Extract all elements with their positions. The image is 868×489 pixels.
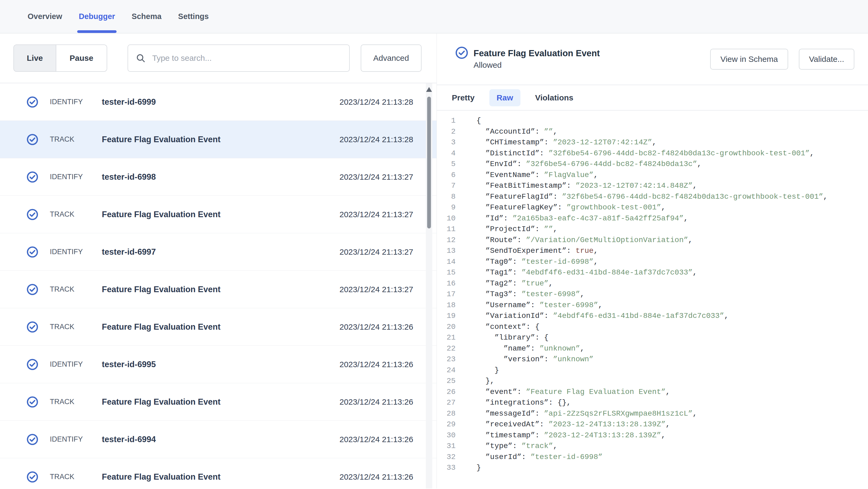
code-line: 28 ”messageId”: ”api-2ZzSqs2rFLSRXgwmpae… [437,409,868,419]
event-row[interactable]: IDENTIFY tester-id-6997 2023/12/24 21:13… [0,233,437,271]
circle-check-icon [27,134,38,145]
scrollbar-thumb[interactable] [427,97,431,228]
tab-pretty[interactable]: Pretty [447,89,479,106]
validate-button[interactable]: Validate... [799,49,854,70]
code-line: 6 ”EventName”: ”FlagValue”, [437,170,868,181]
event-row[interactable]: IDENTIFY tester-id-6999 2023/12/24 21:13… [0,83,437,121]
code-line: 2 ”AccountId”: ””, [437,126,868,137]
code-line: 14 ”Tag0”: ”tester-id-6998”, [437,257,868,267]
event-type-label: TRACK [50,135,102,143]
search-input[interactable] [152,54,342,63]
event-list: IDENTIFY tester-id-6999 2023/12/24 21:13… [0,83,437,488]
event-detail-panel: Feature Flag Evaluation Event Allowed Vi… [437,33,868,488]
event-timestamp: 2023/12/24 21:13:27 [340,285,413,294]
event-timestamp: 2023/12/24 21:13:26 [340,472,413,482]
code-line: 7 ”FeatBitTimestamp”: ”2023-12-12T07:42:… [437,181,868,192]
top-tab-bar: Overview Debugger Schema Settings [0,0,868,33]
tab-overview[interactable]: Overview [28,0,62,33]
tab-schema[interactable]: Schema [131,0,161,33]
event-timestamp: 2023/12/24 21:13:27 [340,172,413,182]
code-line: 17 ”Tag3”: ”tester-6998”, [437,289,868,300]
code-line: 31 ”type”: ”track”, [437,441,868,452]
scrollbar-up-arrow-icon[interactable] [426,87,432,92]
event-row[interactable]: TRACK Feature Flag Evaluation Event 2023… [0,308,437,346]
event-name: tester-id-6995 [102,360,340,369]
line-number: 18 [437,300,456,311]
event-type-label: IDENTIFY [50,360,102,368]
event-row[interactable]: TRACK Feature Flag Evaluation Event 2023… [0,196,437,233]
detail-header-buttons: View in Schema Validate... [710,49,854,70]
event-type-label: IDENTIFY [50,173,102,181]
code-line: 24 } [437,365,868,376]
event-row[interactable]: TRACK Feature Flag Evaluation Event 2023… [0,458,437,488]
event-timestamp: 2023/12/24 21:13:27 [340,248,413,257]
event-type-label: TRACK [50,398,102,406]
event-rows: IDENTIFY tester-id-6999 2023/12/24 21:13… [0,83,437,488]
code-line: 22 ”name”: ”unknown”, [437,343,868,354]
code-line: 27 ”integrations”: {}, [437,397,868,409]
event-row[interactable]: IDENTIFY tester-id-6994 2023/12/24 21:13… [0,421,437,458]
line-number: 13 [437,246,456,257]
line-number: 15 [437,267,456,278]
pause-button[interactable]: Pause [56,45,107,71]
code-line: 33} [437,462,868,474]
line-number: 5 [437,159,456,170]
event-type-label: IDENTIFY [50,248,102,256]
line-number: 8 [437,192,456,202]
line-number: 28 [437,409,456,419]
tab-debugger[interactable]: Debugger [79,0,115,33]
code-line: 10 ”Id”: ”2a165ba3-eafc-4c37-a81f-5a42ff… [437,213,868,224]
circle-check-icon [27,208,38,220]
code-line: 8 ”FeatureFlagId”: ”32f6be54-6796-44dd-b… [437,192,868,202]
event-timestamp: 2023/12/24 21:13:27 [340,210,413,219]
line-number: 22 [437,343,456,354]
code-line: 18 ”Username”: ”tester-6998”, [437,300,868,311]
code-line: 32 ”userId”: ”tester-id-6998” [437,452,868,463]
event-timestamp: 2023/12/24 21:13:26 [340,360,413,369]
code-line: 19 ”VariationId”: ”4ebdf4f6-ed31-41bd-88… [437,311,868,322]
code-line: 20 ”context”: { [437,322,868,333]
code-line: 5 ”EnvId”: ”32f6be54-6796-44dd-bc82-f482… [437,159,868,170]
circle-check-icon [27,96,38,108]
status-text: Allowed [473,59,600,71]
event-row[interactable]: TRACK Feature Flag Evaluation Event 2023… [0,271,437,308]
code-line: 3 ”CHTimestamp”: ”2023-12-12T07:42:14Z”, [437,137,868,148]
live-button[interactable]: Live [14,45,56,71]
event-list-scrollbar [426,83,432,488]
event-name: Feature Flag Evaluation Event [102,210,340,219]
debugger-toolbar: Live Pause Advanced [0,33,437,83]
circle-check-icon [27,433,38,445]
view-in-schema-button[interactable]: View in Schema [710,49,788,70]
event-timestamp: 2023/12/24 21:13:26 [340,322,413,331]
event-row[interactable]: TRACK Feature Flag Evaluation Event 2023… [0,121,437,158]
event-name: Feature Flag Evaluation Event [102,322,340,332]
circle-check-icon [27,359,38,370]
code-line: 16 ”Tag2”: ”true”, [437,278,868,289]
line-number: 19 [437,311,456,322]
tab-raw[interactable]: Raw [489,89,520,106]
line-number: 10 [437,213,456,224]
search-box [128,44,350,72]
line-number: 17 [437,289,456,300]
event-row[interactable]: IDENTIFY tester-id-6995 2023/12/24 21:13… [0,346,437,383]
detail-view-tabs: Pretty Raw Violations [437,85,868,110]
line-number: 14 [437,257,456,267]
advanced-button[interactable]: Advanced [361,44,422,72]
event-list-panel: Live Pause Advanced IDENTIFY tester-id-6… [0,33,437,488]
circle-check-icon [27,471,38,483]
code-line: 29 ”receivedAt”: ”2023-12-24T13:13:28.13… [437,419,868,430]
code-line: 30 ”timestamp”: ”2023-12-24T13:13:28.139… [437,430,868,441]
raw-json-viewer: 1{2 ”AccountId”: ””,3 ”CHTimestamp”: ”20… [437,110,868,488]
line-number: 16 [437,278,456,289]
line-number: 4 [437,148,456,159]
tab-violations[interactable]: Violations [530,89,578,106]
event-row[interactable]: IDENTIFY tester-id-6998 2023/12/24 21:13… [0,158,437,196]
line-number: 7 [437,181,456,192]
event-row[interactable]: TRACK Feature Flag Evaluation Event 2023… [0,383,437,421]
circle-check-icon [27,284,38,295]
event-type-label: TRACK [50,323,102,331]
tab-settings[interactable]: Settings [178,0,209,33]
line-number: 31 [437,441,456,452]
code-line: 23 ”version”: ”unknown” [437,354,868,365]
event-type-label: IDENTIFY [50,435,102,444]
